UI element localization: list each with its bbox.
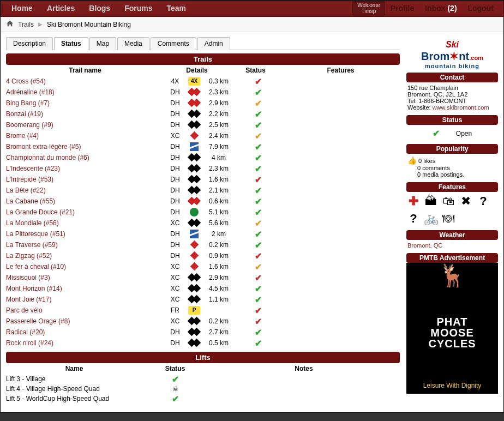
breadcrumb-trails[interactable]: Trails	[18, 21, 34, 28]
thumbs-up-icon: 👍	[407, 156, 417, 165]
double-diamond-black-icon	[189, 121, 200, 129]
trail-type: DH	[164, 241, 186, 249]
diamond-red-icon	[189, 241, 200, 249]
green-circle-icon	[190, 208, 199, 216]
table-row: Championnat du monde (#6)DH4 km✔	[6, 152, 400, 163]
check-red-icon: ✔	[255, 175, 262, 184]
lift-row: Lift 4 - Village High-Speed Quad☠	[6, 384, 400, 394]
trail-link[interactable]: Bromont extra-légère (#5)	[6, 143, 81, 151]
trail-link[interactable]: La Traverse (#59)	[6, 241, 58, 249]
help-icon: ?	[406, 212, 421, 226]
trail-type: XC	[164, 219, 186, 227]
trail-type: XC	[164, 296, 186, 303]
double-diamond-red-icon	[189, 197, 200, 205]
trail-link[interactable]: Bing Bang (#7)	[6, 99, 50, 107]
bike-icon: 🚲	[424, 212, 438, 226]
check-green-icon: ✔	[255, 110, 262, 119]
trail-link[interactable]: Adrénaline (#18)	[6, 88, 55, 96]
trail-link[interactable]: Missisquoi (#3)	[6, 274, 50, 281]
check-red-icon: ✔	[255, 273, 262, 282]
trail-link[interactable]: La Pittoresque (#51)	[6, 230, 65, 238]
trail-type: FR	[164, 306, 186, 314]
trail-type: DH	[164, 121, 186, 129]
tab-media[interactable]: Media	[117, 37, 149, 50]
trail-link[interactable]: La Bête (#22)	[6, 187, 46, 194]
breadcrumb-current: Ski Bromont Mountain Biking	[47, 21, 131, 28]
trail-distance: 0.2 km	[202, 317, 235, 325]
trail-link[interactable]: L'Indescente (#23)	[6, 165, 60, 172]
trail-link[interactable]: La Zigzag (#52)	[6, 252, 52, 260]
trail-type: DH	[164, 176, 186, 183]
trail-link[interactable]: Championnat du monde (#6)	[6, 154, 89, 161]
check-orange-icon: ✔	[255, 219, 262, 228]
trail-distance: 0.9 km	[202, 252, 235, 260]
trail-type: XC	[164, 132, 186, 140]
tab-description[interactable]: Description	[6, 37, 53, 50]
double-diamond-red-icon	[189, 88, 200, 96]
tab-comments[interactable]: Comments	[151, 37, 196, 50]
tab-map[interactable]: Map	[89, 37, 116, 50]
check-green-icon: ✔	[255, 88, 262, 97]
check-green-icon: ✔	[255, 208, 262, 217]
nav-profile[interactable]: Profile	[385, 1, 420, 16]
table-row: Boomerang (#9)DH2.5 km✔	[6, 119, 400, 130]
table-row: L'Indescente (#23)DH2.3 km✔	[6, 163, 400, 174]
check-orange-icon: ✔	[255, 99, 262, 108]
trail-link[interactable]: Mont Horizon (#14)	[6, 285, 62, 292]
table-row: La Bête (#22)DH2.1 km✔	[6, 185, 400, 196]
trail-link[interactable]: La Mondiale (#56)	[6, 219, 59, 227]
trail-distance: 2.1 km	[202, 187, 235, 194]
tab-status[interactable]: Status	[54, 37, 88, 50]
nav-blogs[interactable]: Blogs	[82, 1, 117, 16]
table-row: La Cabane (#55)DH0.6 km✔	[6, 196, 400, 207]
trail-type: DH	[164, 110, 186, 118]
trail-link[interactable]: Mont Joie (#17)	[6, 296, 51, 303]
trail-type: XC	[164, 317, 186, 325]
trail-distance: 2.9 km	[202, 274, 235, 281]
trails-columns: Trail name Details Status Features	[6, 65, 400, 76]
trail-type: DH	[164, 165, 186, 172]
brand-logo: Ski Brom✶nt.com mountain biking	[406, 37, 498, 70]
trail-link[interactable]: 4 Cross (#54)	[6, 77, 46, 85]
info-icon: ?	[476, 194, 490, 208]
nav-articles[interactable]: Articles	[40, 1, 81, 16]
trail-link[interactable]: Passerelle Orage (#8)	[6, 317, 70, 325]
trail-link[interactable]: L'Intrépide (#53)	[6, 176, 53, 183]
nav-forums[interactable]: Forums	[118, 1, 159, 16]
ad-image[interactable]: 🦌 PHAT MOOSE CYCLES Leisure With Dignity	[406, 263, 498, 394]
trail-link[interactable]: Boomerang (#9)	[6, 121, 53, 129]
trail-link[interactable]: Radical (#20)	[6, 328, 45, 336]
lift-row: Lift 5 - WorldCup High-Speed Quad✔	[6, 394, 400, 404]
nav-home[interactable]: Home	[5, 1, 39, 16]
nav-inbox[interactable]: Inbox (2)	[419, 1, 462, 16]
table-row: Passerelle Orage (#8)XC0.2 km✔	[6, 316, 400, 327]
trail-distance: 2.5 km	[202, 121, 235, 129]
badge-4x-icon: 4X	[188, 77, 200, 86]
table-row: Brome (#4)XC2.4 km✔	[6, 130, 400, 141]
website-link[interactable]: www.skibromont.com	[433, 104, 489, 111]
food-icon: 🍽	[441, 212, 455, 226]
tab-admin[interactable]: Admin	[197, 37, 230, 50]
table-row: La Traverse (#59)DH0.2 km✔	[6, 239, 400, 250]
check-orange-icon: ✔	[255, 262, 262, 272]
check-red-icon: ✔	[255, 317, 262, 326]
trail-link[interactable]: Bonzai (#19)	[6, 110, 43, 118]
check-green-icon: ✔	[172, 375, 179, 384]
weather-link[interactable]: Bromont, QC	[407, 242, 442, 249]
trail-distance: 5.6 km	[202, 219, 235, 227]
table-row: Mont Horizon (#14)XC4.5 km✔	[6, 283, 400, 294]
trail-link[interactable]: Brome (#4)	[6, 132, 39, 140]
trail-link[interactable]: La Grande Douce (#21)	[6, 208, 75, 216]
trail-link[interactable]: La Cabane (#55)	[6, 197, 55, 205]
home-icon[interactable]	[6, 20, 14, 28]
trail-link[interactable]: Parc de vélo	[6, 306, 43, 314]
trail-type: DH	[164, 328, 186, 336]
double-diamond-black-icon	[189, 219, 200, 227]
trail-link[interactable]: Le fer à cheval (#10)	[6, 263, 66, 270]
trail-distance: 1.1 km	[202, 296, 235, 303]
table-row: 4 Cross (#54)4X4X0.3 km✔	[6, 76, 400, 87]
trail-link[interactable]: Rock n'roll (#24)	[6, 339, 53, 347]
nav-team[interactable]: Team	[160, 1, 193, 16]
nav-logout[interactable]: Logout	[463, 1, 499, 16]
diamond-red-icon	[189, 252, 200, 260]
